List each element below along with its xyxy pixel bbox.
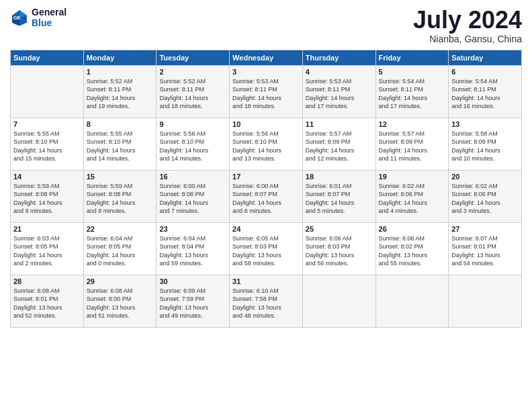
day-number: 23	[159, 225, 226, 233]
day-cell: 31Sunrise: 6:10 AM Sunset: 7:58 PM Dayli…	[230, 275, 303, 327]
calendar-header: SundayMondayTuesdayWednesdayThursdayFrid…	[11, 50, 522, 65]
day-number: 21	[13, 225, 81, 233]
day-number: 2	[159, 68, 226, 76]
day-cell: 29Sunrise: 6:08 AM Sunset: 8:00 PM Dayli…	[83, 275, 157, 327]
day-info: Sunrise: 6:10 AM Sunset: 7:58 PM Dayligh…	[232, 287, 300, 320]
day-cell: 28Sunrise: 6:08 AM Sunset: 8:01 PM Dayli…	[11, 275, 84, 327]
day-cell	[302, 275, 375, 327]
day-info: Sunrise: 5:55 AM Sunset: 8:10 PM Dayligh…	[87, 130, 154, 163]
title-block: July 2024 Nianba, Gansu, China	[413, 7, 522, 44]
day-cell: 2Sunrise: 5:52 AM Sunset: 8:11 PM Daylig…	[157, 65, 230, 118]
day-cell: 17Sunrise: 6:00 AM Sunset: 8:07 PM Dayli…	[230, 170, 303, 222]
week-row-3: 14Sunrise: 5:59 AM Sunset: 8:08 PM Dayli…	[11, 170, 522, 222]
day-info: Sunrise: 5:54 AM Sunset: 8:11 PM Dayligh…	[451, 77, 519, 111]
col-header-saturday: Saturday	[449, 50, 522, 65]
page: GB General Blue July 2024 Nianba, Gansu,…	[0, 0, 532, 411]
day-number: 14	[13, 173, 81, 181]
location-subtitle: Nianba, Gansu, China	[413, 34, 522, 44]
col-header-sunday: Sunday	[11, 50, 84, 65]
day-info: Sunrise: 6:06 AM Sunset: 8:03 PM Dayligh…	[306, 234, 373, 268]
day-info: Sunrise: 6:07 AM Sunset: 8:01 PM Dayligh…	[451, 234, 519, 268]
col-header-wednesday: Wednesday	[230, 50, 303, 65]
month-title: July 2024	[413, 7, 522, 34]
day-cell: 22Sunrise: 6:04 AM Sunset: 8:05 PM Dayli…	[83, 222, 157, 275]
logo-blue: Blue	[32, 17, 66, 28]
day-info: Sunrise: 5:56 AM Sunset: 8:10 PM Dayligh…	[159, 130, 226, 163]
logo-icon: GB	[10, 8, 29, 27]
day-number: 4	[306, 68, 373, 76]
day-number: 1	[87, 68, 154, 76]
day-number: 3	[232, 68, 300, 76]
day-info: Sunrise: 6:08 AM Sunset: 8:01 PM Dayligh…	[13, 287, 81, 320]
day-info: Sunrise: 5:56 AM Sunset: 8:10 PM Dayligh…	[232, 130, 300, 163]
day-number: 6	[451, 68, 519, 76]
day-cell: 8Sunrise: 5:55 AM Sunset: 8:10 PM Daylig…	[83, 118, 157, 170]
col-header-monday: Monday	[83, 50, 157, 65]
col-header-friday: Friday	[375, 50, 449, 65]
day-info: Sunrise: 5:58 AM Sunset: 8:09 PM Dayligh…	[451, 130, 519, 163]
week-row-2: 7Sunrise: 5:55 AM Sunset: 8:10 PM Daylig…	[11, 118, 522, 170]
day-number: 9	[159, 120, 226, 128]
day-number: 18	[306, 173, 373, 181]
day-cell: 30Sunrise: 6:09 AM Sunset: 7:59 PM Dayli…	[157, 275, 230, 327]
week-row-4: 21Sunrise: 6:03 AM Sunset: 8:05 PM Dayli…	[11, 222, 522, 275]
day-cell: 4Sunrise: 5:53 AM Sunset: 8:11 PM Daylig…	[302, 65, 375, 118]
day-number: 26	[379, 225, 446, 233]
col-header-thursday: Thursday	[302, 50, 375, 65]
day-cell: 27Sunrise: 6:07 AM Sunset: 8:01 PM Dayli…	[449, 222, 522, 275]
day-number: 7	[13, 120, 81, 128]
day-cell: 20Sunrise: 6:02 AM Sunset: 8:06 PM Dayli…	[449, 170, 522, 222]
day-info: Sunrise: 6:06 AM Sunset: 8:02 PM Dayligh…	[379, 234, 446, 268]
day-number: 19	[379, 173, 446, 181]
day-number: 17	[232, 173, 300, 181]
day-cell: 18Sunrise: 6:01 AM Sunset: 8:07 PM Dayli…	[302, 170, 375, 222]
day-cell: 7Sunrise: 5:55 AM Sunset: 8:10 PM Daylig…	[11, 118, 84, 170]
day-cell: 13Sunrise: 5:58 AM Sunset: 8:09 PM Dayli…	[449, 118, 522, 170]
day-cell: 15Sunrise: 5:59 AM Sunset: 8:08 PM Dayli…	[83, 170, 157, 222]
header: GB General Blue July 2024 Nianba, Gansu,…	[10, 7, 522, 44]
day-number: 8	[87, 120, 154, 128]
day-info: Sunrise: 5:52 AM Sunset: 8:11 PM Dayligh…	[159, 77, 226, 111]
day-info: Sunrise: 5:53 AM Sunset: 8:11 PM Dayligh…	[232, 77, 300, 111]
day-cell: 11Sunrise: 5:57 AM Sunset: 8:09 PM Dayli…	[302, 118, 375, 170]
day-number: 20	[451, 173, 519, 181]
day-number: 31	[232, 277, 300, 285]
day-cell: 24Sunrise: 6:05 AM Sunset: 8:03 PM Dayli…	[230, 222, 303, 275]
day-info: Sunrise: 6:02 AM Sunset: 8:06 PM Dayligh…	[379, 182, 446, 216]
day-info: Sunrise: 5:57 AM Sunset: 8:09 PM Dayligh…	[306, 130, 373, 163]
day-cell: 16Sunrise: 6:00 AM Sunset: 8:08 PM Dayli…	[157, 170, 230, 222]
week-row-5: 28Sunrise: 6:08 AM Sunset: 8:01 PM Dayli…	[11, 275, 522, 327]
day-info: Sunrise: 6:02 AM Sunset: 8:06 PM Dayligh…	[451, 182, 519, 216]
day-info: Sunrise: 5:59 AM Sunset: 8:08 PM Dayligh…	[13, 182, 81, 216]
logo-general: General	[32, 7, 66, 17]
day-cell: 26Sunrise: 6:06 AM Sunset: 8:02 PM Dayli…	[375, 222, 449, 275]
day-number: 13	[451, 120, 519, 128]
day-cell	[375, 275, 449, 327]
day-cell: 14Sunrise: 5:59 AM Sunset: 8:08 PM Dayli…	[11, 170, 84, 222]
day-info: Sunrise: 6:03 AM Sunset: 8:05 PM Dayligh…	[13, 234, 81, 268]
day-info: Sunrise: 6:09 AM Sunset: 7:59 PM Dayligh…	[159, 287, 226, 320]
day-cell	[11, 65, 84, 118]
day-number: 15	[87, 173, 154, 181]
day-number: 28	[13, 277, 81, 285]
day-info: Sunrise: 6:00 AM Sunset: 8:08 PM Dayligh…	[159, 182, 226, 216]
day-info: Sunrise: 5:53 AM Sunset: 8:11 PM Dayligh…	[306, 77, 373, 111]
day-number: 27	[451, 225, 519, 233]
day-cell: 25Sunrise: 6:06 AM Sunset: 8:03 PM Dayli…	[302, 222, 375, 275]
day-number: 22	[87, 225, 154, 233]
day-cell: 6Sunrise: 5:54 AM Sunset: 8:11 PM Daylig…	[449, 65, 522, 118]
day-info: Sunrise: 6:04 AM Sunset: 8:05 PM Dayligh…	[87, 234, 154, 268]
day-info: Sunrise: 5:57 AM Sunset: 8:09 PM Dayligh…	[379, 130, 446, 163]
day-cell: 21Sunrise: 6:03 AM Sunset: 8:05 PM Dayli…	[11, 222, 84, 275]
day-cell: 1Sunrise: 5:52 AM Sunset: 8:11 PM Daylig…	[83, 65, 157, 118]
day-info: Sunrise: 5:59 AM Sunset: 8:08 PM Dayligh…	[87, 182, 154, 216]
day-cell: 23Sunrise: 6:04 AM Sunset: 8:04 PM Dayli…	[157, 222, 230, 275]
col-header-tuesday: Tuesday	[157, 50, 230, 65]
day-number: 25	[306, 225, 373, 233]
day-number: 29	[87, 277, 154, 285]
day-cell: 10Sunrise: 5:56 AM Sunset: 8:10 PM Dayli…	[230, 118, 303, 170]
day-cell	[449, 275, 522, 327]
day-info: Sunrise: 6:08 AM Sunset: 8:00 PM Dayligh…	[87, 287, 154, 320]
day-number: 11	[306, 120, 373, 128]
day-info: Sunrise: 6:04 AM Sunset: 8:04 PM Dayligh…	[159, 234, 226, 268]
